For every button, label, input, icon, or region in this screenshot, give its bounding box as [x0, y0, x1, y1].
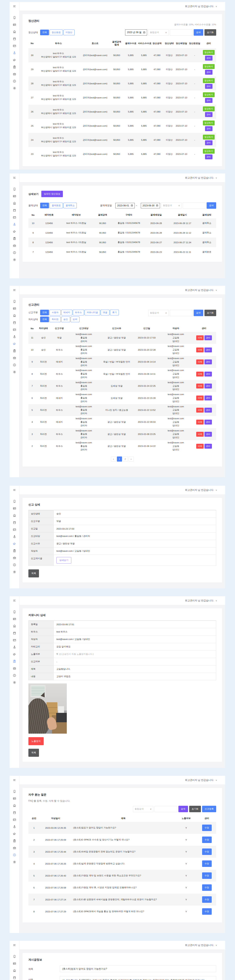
chevron-down-icon[interactable]: ∨ [216, 944, 217, 946]
sidebar-item-payment[interactable] [10, 326, 19, 333]
delete-button[interactable]: 삭제 [196, 360, 204, 364]
sidebar-item-settlement[interactable] [10, 644, 19, 651]
content-textarea[interactable]: 네, 가능합니다. G SPACE는 숙박시설 운영의 축적된 상권데이터를 기… [60, 976, 216, 980]
manage-button[interactable]: 관리 [205, 444, 212, 449]
sidebar-item-report[interactable] [10, 228, 19, 235]
sidebar-item-payment[interactable] [10, 214, 19, 221]
suspend-exposure-button[interactable]: 노출정지 [29, 737, 44, 745]
sidebar-item-house[interactable] [10, 512, 19, 519]
list-button[interactable]: 목록 [29, 749, 39, 757]
manage-button[interactable]: 관리 [205, 70, 213, 75]
sidebar-item-members[interactable] [10, 505, 19, 512]
filter-chip[interactable]: 메세지 [61, 310, 73, 315]
delete-button[interactable]: 삭제 [196, 432, 204, 437]
delete-button[interactable]: 삭제 [196, 383, 204, 388]
pagination-page[interactable]: 2 [123, 457, 128, 461]
sidebar-item-dashboard[interactable] [10, 953, 19, 960]
pagination-next[interactable]: » [129, 457, 134, 461]
sidebar-item-reservation[interactable] [10, 630, 19, 636]
search-input[interactable] [170, 29, 192, 36]
landlord-settlement-info-button[interactable]: 임대인 정산정보 [41, 191, 63, 197]
search-input[interactable] [170, 310, 192, 316]
sidebar-item-reservation[interactable] [10, 207, 19, 214]
sidebar-item-house[interactable] [10, 802, 19, 809]
sidebar-item-review[interactable] [10, 70, 19, 78]
menu-toggle-button[interactable] [10, 173, 19, 182]
manage-button[interactable]: 관리 [205, 396, 212, 401]
sidebar-item-dashboard[interactable] [10, 498, 19, 505]
sidebar-item-members[interactable] [10, 960, 19, 967]
chevron-down-icon[interactable]: ∨ [216, 5, 217, 8]
sidebar-item-payment[interactable] [10, 816, 19, 823]
search-type-select[interactable]: 통합검색∨ [161, 202, 181, 209]
edit-button[interactable]: 수정 [202, 824, 212, 831]
sidebar-item-members[interactable] [10, 795, 19, 802]
sidebar-item-house[interactable] [10, 622, 19, 630]
filter-chip[interactable]: 전체 [40, 317, 49, 322]
sidebar-item-settings[interactable] [10, 859, 19, 865]
sidebar-item-review[interactable] [10, 844, 19, 851]
admin-greeting[interactable]: 최고관리자 님 반갑습니다. [185, 488, 214, 492]
search-button[interactable]: 검색 [194, 310, 203, 316]
sidebar-item-report[interactable] [10, 540, 19, 547]
search-button[interactable]: 검색 [178, 806, 188, 812]
edit-button[interactable]: 수정 [202, 908, 212, 915]
filter-chip[interactable]: 처리전 [49, 317, 61, 322]
search-input[interactable] [183, 202, 205, 209]
sidebar-item-reservation[interactable] [10, 519, 19, 526]
pagination-page[interactable]: 1 [117, 457, 122, 461]
settle-button[interactable]: 정산하기 [203, 92, 214, 97]
filter-chip[interactable]: 커뮤니티글 [84, 310, 100, 315]
sidebar-item-house[interactable] [10, 312, 19, 319]
filter-chip[interactable]: 정산완료 [49, 30, 63, 35]
sidebar-item-members[interactable] [10, 305, 19, 312]
sidebar-item-faq[interactable] [10, 562, 19, 568]
delete-button[interactable]: 삭제 [196, 336, 204, 340]
sidebar-item-settlement[interactable] [10, 823, 19, 830]
sidebar-item-dashboard[interactable] [10, 298, 19, 305]
reset-button[interactable]: 초기화 [205, 29, 216, 36]
delete-button[interactable]: 삭제 [196, 372, 204, 377]
sidebar-item-settings[interactable] [10, 85, 19, 92]
manage-button[interactable]: 관리 [205, 112, 213, 117]
admin-greeting[interactable]: 최고관리자 님 반갑습니다. [185, 943, 214, 947]
manage-button[interactable]: 관리 [205, 336, 212, 340]
delete-button[interactable]: 삭제 [196, 396, 204, 401]
sidebar-item-review[interactable] [10, 354, 19, 361]
sidebar-item-faq[interactable] [10, 78, 19, 85]
search-type-select[interactable]: 통합검색∨ [148, 310, 168, 316]
sidebar-item-community[interactable] [10, 547, 19, 554]
menu-toggle-button[interactable] [10, 776, 19, 784]
delete-button[interactable]: 삭제 [196, 408, 204, 412]
search-input[interactable] [154, 806, 177, 812]
sidebar-item-faq[interactable] [10, 851, 19, 859]
edit-button[interactable]: 수정 [202, 837, 212, 843]
sidebar-item-house[interactable] [10, 967, 19, 974]
settle-button[interactable]: 정산하기 [203, 64, 214, 69]
settle-button[interactable]: 정산하기 [203, 121, 214, 126]
manage-button[interactable]: 관리 [205, 372, 212, 377]
chevron-down-icon[interactable]: ∨ [216, 289, 217, 291]
sidebar-item-review[interactable] [10, 554, 19, 562]
sidebar-item-review[interactable] [10, 665, 19, 672]
manage-button[interactable]: 관리 [205, 84, 213, 89]
sidebar-item-reservation[interactable] [10, 35, 19, 42]
sidebar-item-faq[interactable] [10, 672, 19, 679]
sidebar-item-settings[interactable] [10, 256, 19, 263]
filter-chip[interactable]: 댓글 [101, 310, 110, 315]
sidebar-item-house[interactable] [10, 200, 19, 207]
settle-button[interactable]: 정산하기 [203, 107, 214, 111]
search-type-select[interactable]: 통합검색∨ [148, 29, 168, 36]
admin-greeting[interactable]: 최고관리자 님 반갑습니다. [185, 599, 214, 602]
sidebar-item-community[interactable] [10, 347, 19, 354]
sidebar-item-members[interactable] [10, 21, 19, 28]
admin-greeting[interactable]: 최고관리자 님 반갑습니다. [185, 288, 214, 292]
sidebar-item-payment[interactable] [10, 526, 19, 533]
manage-button[interactable]: 관리 [205, 56, 213, 60]
sidebar-item-reservation[interactable] [10, 319, 19, 326]
manage-button[interactable]: 관리 [205, 432, 212, 437]
date-to-picker[interactable]: 2023-06-30 [141, 203, 160, 208]
sidebar-item-house[interactable] [10, 28, 19, 35]
sidebar-item-dashboard[interactable] [10, 186, 19, 192]
sidebar-item-settlement[interactable] [10, 221, 19, 228]
